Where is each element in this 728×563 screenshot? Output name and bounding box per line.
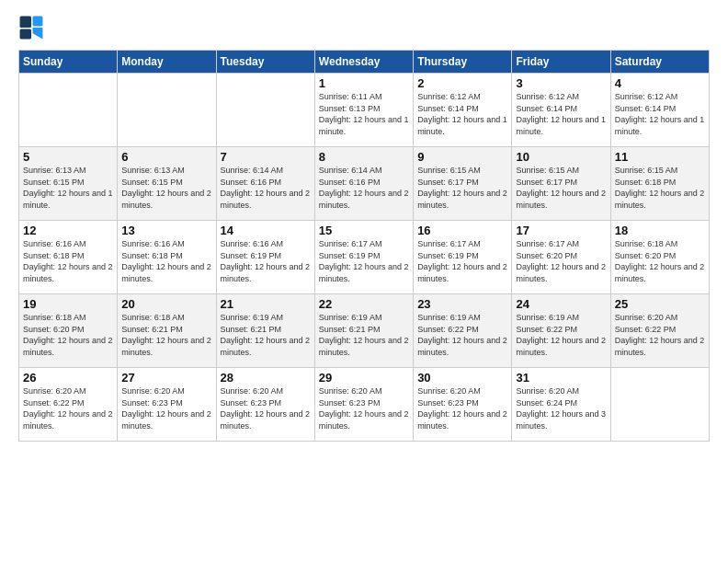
calendar-cell: 19Sunrise: 6:18 AM Sunset: 6:20 PM Dayli… (19, 294, 118, 368)
day-number: 18 (615, 224, 705, 237)
day-number: 7 (221, 150, 311, 164)
day-number: 22 (319, 297, 409, 311)
calendar-cell: 26Sunrise: 6:20 AM Sunset: 6:22 PM Dayli… (19, 368, 118, 442)
calendar-cell (216, 74, 314, 147)
calendar-cell: 18Sunrise: 6:18 AM Sunset: 6:20 PM Dayli… (610, 221, 709, 294)
cell-info: Sunrise: 6:18 AM Sunset: 6:21 PM Dayligh… (121, 312, 211, 358)
cell-info: Sunrise: 6:12 AM Sunset: 6:14 PM Dayligh… (516, 91, 606, 137)
cell-info: Sunrise: 6:15 AM Sunset: 6:17 PM Dayligh… (516, 165, 606, 211)
calendar-cell: 22Sunrise: 6:19 AM Sunset: 6:21 PM Dayli… (314, 294, 413, 368)
day-number: 5 (23, 150, 113, 164)
cell-info: Sunrise: 6:20 AM Sunset: 6:23 PM Dayligh… (221, 385, 311, 431)
calendar-cell (610, 368, 709, 442)
day-number: 24 (516, 297, 606, 311)
calendar-cell: 14Sunrise: 6:16 AM Sunset: 6:19 PM Dayli… (216, 221, 314, 294)
day-number: 10 (516, 150, 606, 164)
calendar-cell: 3Sunrise: 6:12 AM Sunset: 6:14 PM Daylig… (512, 74, 610, 147)
calendar-cell: 11Sunrise: 6:15 AM Sunset: 6:18 PM Dayli… (610, 147, 709, 221)
day-number: 9 (417, 150, 507, 164)
cell-info: Sunrise: 6:16 AM Sunset: 6:19 PM Dayligh… (221, 238, 311, 284)
day-number: 6 (121, 150, 211, 164)
calendar-header-thursday: Thursday (414, 51, 512, 74)
day-number: 15 (319, 224, 409, 237)
calendar-table: SundayMondayTuesdayWednesdayThursdayFrid… (18, 50, 710, 442)
logo-icon (18, 15, 44, 40)
cell-info: Sunrise: 6:14 AM Sunset: 6:16 PM Dayligh… (319, 165, 409, 211)
day-number: 29 (319, 371, 409, 385)
day-number: 11 (615, 150, 705, 164)
cell-info: Sunrise: 6:14 AM Sunset: 6:16 PM Dayligh… (221, 165, 311, 211)
calendar-cell: 23Sunrise: 6:19 AM Sunset: 6:22 PM Dayli… (414, 294, 512, 368)
cell-info: Sunrise: 6:12 AM Sunset: 6:14 PM Dayligh… (417, 91, 507, 137)
cell-info: Sunrise: 6:19 AM Sunset: 6:22 PM Dayligh… (417, 312, 507, 358)
cell-info: Sunrise: 6:20 AM Sunset: 6:24 PM Dayligh… (516, 385, 606, 431)
cell-info: Sunrise: 6:19 AM Sunset: 6:21 PM Dayligh… (319, 312, 409, 358)
calendar-cell: 25Sunrise: 6:20 AM Sunset: 6:22 PM Dayli… (610, 294, 709, 368)
cell-info: Sunrise: 6:20 AM Sunset: 6:23 PM Dayligh… (417, 385, 507, 431)
cell-info: Sunrise: 6:17 AM Sunset: 6:19 PM Dayligh… (417, 238, 507, 284)
day-number: 31 (516, 371, 606, 385)
calendar-cell: 28Sunrise: 6:20 AM Sunset: 6:23 PM Dayli… (216, 368, 314, 442)
cell-info: Sunrise: 6:20 AM Sunset: 6:23 PM Dayligh… (319, 385, 409, 431)
day-number: 14 (221, 224, 311, 237)
cell-info: Sunrise: 6:12 AM Sunset: 6:14 PM Dayligh… (615, 91, 705, 137)
cell-info: Sunrise: 6:19 AM Sunset: 6:22 PM Dayligh… (516, 312, 606, 358)
calendar-cell: 6Sunrise: 6:13 AM Sunset: 6:15 PM Daylig… (118, 147, 216, 221)
day-number: 25 (615, 297, 705, 311)
calendar-cell: 8Sunrise: 6:14 AM Sunset: 6:16 PM Daylig… (314, 147, 413, 221)
cell-info: Sunrise: 6:17 AM Sunset: 6:20 PM Dayligh… (516, 238, 606, 284)
calendar-cell: 20Sunrise: 6:18 AM Sunset: 6:21 PM Dayli… (118, 294, 216, 368)
calendar-cell: 29Sunrise: 6:20 AM Sunset: 6:23 PM Dayli… (314, 368, 413, 442)
cell-info: Sunrise: 6:15 AM Sunset: 6:17 PM Dayligh… (417, 165, 507, 211)
calendar-week-5: 26Sunrise: 6:20 AM Sunset: 6:22 PM Dayli… (19, 368, 710, 442)
page-container: SundayMondayTuesdayWednesdayThursdayFrid… (0, 0, 728, 563)
day-number: 1 (319, 76, 409, 90)
svg-marker-3 (33, 28, 43, 39)
calendar-header-sunday: Sunday (19, 51, 118, 74)
cell-info: Sunrise: 6:17 AM Sunset: 6:19 PM Dayligh… (319, 238, 409, 284)
calendar-header-row: SundayMondayTuesdayWednesdayThursdayFrid… (19, 51, 710, 74)
day-number: 21 (221, 297, 311, 311)
svg-rect-0 (20, 17, 31, 28)
calendar-cell: 13Sunrise: 6:16 AM Sunset: 6:18 PM Dayli… (118, 221, 216, 294)
day-number: 2 (417, 76, 507, 90)
cell-info: Sunrise: 6:13 AM Sunset: 6:15 PM Dayligh… (121, 165, 211, 211)
cell-info: Sunrise: 6:19 AM Sunset: 6:21 PM Dayligh… (221, 312, 311, 358)
calendar-cell: 10Sunrise: 6:15 AM Sunset: 6:17 PM Dayli… (512, 147, 610, 221)
day-number: 4 (615, 76, 705, 90)
calendar-cell: 16Sunrise: 6:17 AM Sunset: 6:19 PM Dayli… (414, 221, 512, 294)
calendar-week-1: 1Sunrise: 6:11 AM Sunset: 6:13 PM Daylig… (19, 74, 710, 147)
cell-info: Sunrise: 6:16 AM Sunset: 6:18 PM Dayligh… (121, 238, 211, 284)
day-number: 26 (23, 371, 113, 385)
day-number: 3 (516, 76, 606, 90)
day-number: 16 (417, 224, 507, 237)
calendar-cell: 2Sunrise: 6:12 AM Sunset: 6:14 PM Daylig… (414, 74, 512, 147)
calendar-cell: 1Sunrise: 6:11 AM Sunset: 6:13 PM Daylig… (314, 74, 413, 147)
calendar-cell: 24Sunrise: 6:19 AM Sunset: 6:22 PM Dayli… (512, 294, 610, 368)
day-number: 8 (319, 150, 409, 164)
calendar-week-4: 19Sunrise: 6:18 AM Sunset: 6:20 PM Dayli… (19, 294, 710, 368)
calendar-cell (19, 74, 118, 147)
calendar-cell: 9Sunrise: 6:15 AM Sunset: 6:17 PM Daylig… (414, 147, 512, 221)
cell-info: Sunrise: 6:13 AM Sunset: 6:15 PM Dayligh… (23, 165, 113, 211)
cell-info: Sunrise: 6:20 AM Sunset: 6:23 PM Dayligh… (121, 385, 211, 431)
day-number: 30 (417, 371, 507, 385)
calendar-header-tuesday: Tuesday (216, 51, 314, 74)
logo (18, 15, 46, 40)
calendar-header-monday: Monday (118, 51, 216, 74)
calendar-cell: 21Sunrise: 6:19 AM Sunset: 6:21 PM Dayli… (216, 294, 314, 368)
calendar-cell: 30Sunrise: 6:20 AM Sunset: 6:23 PM Dayli… (414, 368, 512, 442)
cell-info: Sunrise: 6:18 AM Sunset: 6:20 PM Dayligh… (23, 312, 113, 358)
calendar-cell: 27Sunrise: 6:20 AM Sunset: 6:23 PM Dayli… (118, 368, 216, 442)
cell-info: Sunrise: 6:11 AM Sunset: 6:13 PM Dayligh… (319, 91, 409, 137)
day-number: 27 (121, 371, 211, 385)
calendar-cell: 7Sunrise: 6:14 AM Sunset: 6:16 PM Daylig… (216, 147, 314, 221)
calendar-header-wednesday: Wednesday (314, 51, 413, 74)
calendar-cell: 4Sunrise: 6:12 AM Sunset: 6:14 PM Daylig… (610, 74, 709, 147)
cell-info: Sunrise: 6:16 AM Sunset: 6:18 PM Dayligh… (23, 238, 113, 284)
calendar-cell (118, 74, 216, 147)
cell-info: Sunrise: 6:20 AM Sunset: 6:22 PM Dayligh… (615, 312, 705, 358)
day-number: 17 (516, 224, 606, 237)
calendar-header-saturday: Saturday (610, 51, 709, 74)
svg-rect-1 (20, 29, 31, 40)
